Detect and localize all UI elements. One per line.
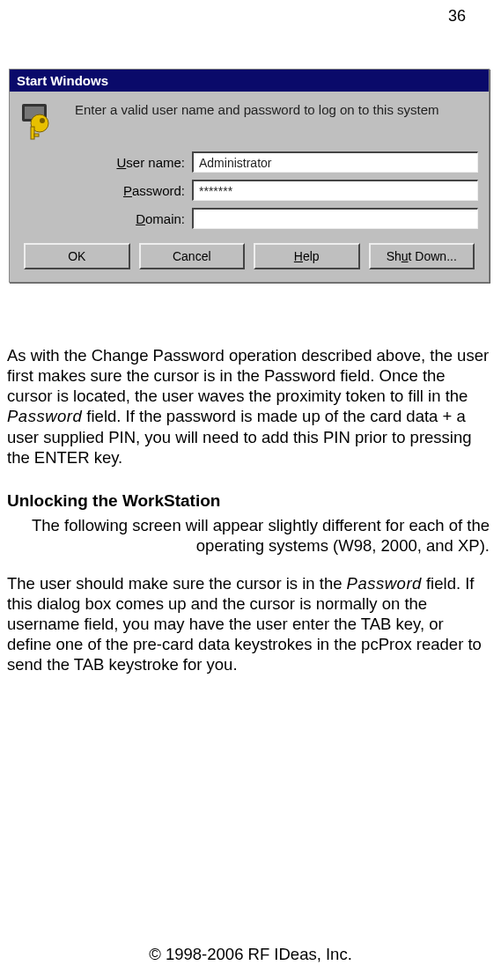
cancel-button[interactable]: Cancel bbox=[139, 243, 246, 269]
shutdown-button[interactable]: Shut Down... bbox=[369, 243, 475, 269]
password-label: Password: bbox=[99, 183, 192, 198]
username-input[interactable] bbox=[192, 151, 478, 173]
paragraph-3: The user should make sure the cursor is … bbox=[7, 573, 490, 675]
domain-label: Domain: bbox=[99, 211, 192, 226]
help-button[interactable]: Help bbox=[254, 243, 360, 269]
domain-row: Domain: bbox=[99, 208, 478, 229]
svg-point-3 bbox=[40, 118, 45, 123]
password-input[interactable] bbox=[192, 180, 478, 201]
username-row: User name: bbox=[99, 151, 478, 173]
start-windows-dialog: Start Windows Enter a valid user name an… bbox=[9, 69, 490, 283]
username-label: User name: bbox=[99, 155, 192, 170]
page-number: 36 bbox=[448, 7, 466, 26]
svg-rect-5 bbox=[34, 134, 39, 136]
domain-input[interactable] bbox=[192, 208, 478, 229]
copyright-footer: © 1998-2006 RF IDeas, Inc. bbox=[0, 945, 501, 964]
dialog-title: Start Windows bbox=[17, 73, 108, 88]
svg-rect-4 bbox=[31, 127, 34, 139]
password-row: Password: bbox=[99, 180, 478, 201]
dialog-titlebar: Start Windows bbox=[10, 70, 489, 92]
paragraph-2: The following screen will appear slightl… bbox=[7, 515, 490, 556]
keys-icon bbox=[20, 100, 63, 143]
ok-button[interactable]: OK bbox=[24, 243, 130, 269]
paragraph-1: As with the Change Password operation de… bbox=[7, 345, 490, 468]
password-term: Password bbox=[7, 407, 82, 425]
document-body: As with the Change Password operation de… bbox=[7, 345, 490, 674]
section-heading: Unlocking the WorkStation bbox=[7, 490, 490, 512]
dialog-instruction: Enter a valid user name and password to … bbox=[75, 100, 439, 119]
password-term: Password bbox=[347, 574, 422, 593]
dialog-body: Enter a valid user name and password to … bbox=[10, 92, 489, 282]
